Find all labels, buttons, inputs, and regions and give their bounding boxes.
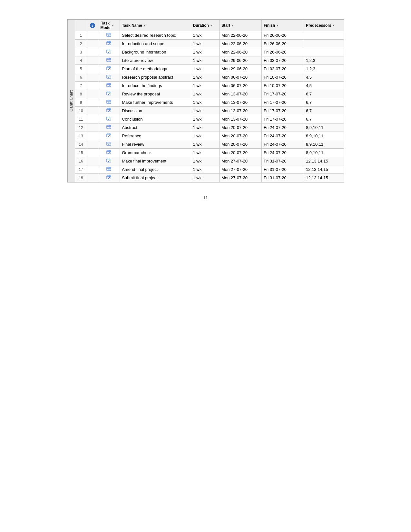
cell-mode: [98, 56, 120, 65]
svg-rect-64: [107, 167, 111, 171]
table-header-row: i TaskMode ▼ Task Name ▼: [75, 20, 344, 31]
cell-num: 8: [75, 90, 87, 98]
cell-num: 5: [75, 65, 87, 73]
svg-rect-2: [108, 33, 108, 34]
svg-rect-70: [108, 175, 108, 176]
cell-predecessors: 4,5: [304, 82, 344, 90]
svg-rect-12: [107, 58, 111, 62]
cell-task-name: Background information: [120, 48, 191, 56]
task-table: i TaskMode ▼ Task Name ▼: [75, 20, 344, 182]
table-row[interactable]: 16 Make final improvement 1 wk Mon 27-07…: [75, 157, 344, 165]
task-mode-icon: [106, 168, 112, 172]
mode-sort-arrow: ▼: [111, 24, 114, 27]
svg-rect-43: [110, 116, 110, 118]
svg-rect-6: [108, 41, 108, 42]
table-row[interactable]: 13 Reference 1 wk Mon 20-07-20 Fri 24-07…: [75, 132, 344, 140]
table-row[interactable]: 6 Research proposal abstract 1 wk Mon 06…: [75, 73, 344, 82]
svg-rect-16: [107, 67, 111, 70]
cell-duration: 1 wk: [191, 56, 219, 65]
svg-rect-36: [107, 109, 111, 112]
table-row[interactable]: 9 Make further improvements 1 wk Mon 13-…: [75, 98, 344, 107]
cell-start: Mon 13-07-20: [219, 98, 261, 107]
table-row[interactable]: 11 Conclusion 1 wk Mon 13-07-20 Fri 17-0…: [75, 115, 344, 123]
table-row[interactable]: 5 Plan of the methodology 1 wk Mon 29-06…: [75, 65, 344, 73]
cell-start: Mon 20-07-20: [219, 140, 261, 149]
table-row[interactable]: 3 Background information 1 wk Mon 22-06-…: [75, 48, 344, 56]
cell-mode: [98, 82, 120, 90]
cell-info: [87, 82, 98, 90]
table-row[interactable]: 17 Amend final project 1 wk Mon 27-07-20…: [75, 165, 344, 174]
cell-predecessors: 1,2,3: [304, 56, 344, 65]
cell-start: Mon 29-06-20: [219, 56, 261, 65]
col-header-num: [75, 20, 87, 31]
cell-duration: 1 wk: [191, 65, 219, 73]
svg-rect-26: [108, 83, 108, 84]
table-row[interactable]: 12 Abstract 1 wk Mon 20-07-20 Fri 24-07-…: [75, 123, 344, 132]
svg-rect-3: [110, 33, 110, 34]
task-mode-icon: [106, 34, 112, 38]
cell-info: [87, 157, 98, 165]
svg-rect-18: [108, 66, 108, 67]
cell-predecessors: 1,2,3: [304, 65, 344, 73]
cell-info: [87, 56, 98, 65]
table-row[interactable]: 15 Grammar check 1 wk Mon 20-07-20 Fri 2…: [75, 149, 344, 157]
cell-info: [87, 98, 98, 107]
cell-task-name: Plan of the methodology: [120, 65, 191, 73]
cell-num: 13: [75, 132, 87, 140]
col-header-name[interactable]: Task Name ▼: [120, 20, 191, 31]
col-header-mode[interactable]: TaskMode ▼: [98, 20, 120, 31]
table-row[interactable]: 14 Final review 1 wk Mon 20-07-20 Fri 24…: [75, 140, 344, 149]
gantt-table-container: Gantt Chart i TaskMode ▼: [67, 19, 344, 182]
table-body: 1 Select desired research topic 1 wk Mon…: [75, 31, 344, 182]
cell-duration: 1 wk: [191, 115, 219, 123]
table-row[interactable]: 4 Literature review 1 wk Mon 29-06-20 Fr…: [75, 56, 344, 65]
cell-start: Mon 13-07-20: [219, 90, 261, 98]
cell-duration: 1 wk: [191, 132, 219, 140]
svg-rect-48: [107, 134, 111, 137]
svg-rect-60: [107, 159, 111, 162]
cell-duration: 1 wk: [191, 98, 219, 107]
cell-task-name: Final review: [120, 140, 191, 149]
cell-mode: [98, 73, 120, 82]
cell-info: [87, 123, 98, 132]
cell-info: [87, 115, 98, 123]
table-row[interactable]: 1 Select desired research topic 1 wk Mon…: [75, 31, 344, 40]
table-row[interactable]: 18 Submit final project 1 wk Mon 27-07-2…: [75, 174, 344, 182]
col-header-duration[interactable]: Duration ▼: [191, 20, 219, 31]
col-header-predecessors[interactable]: Predecessors ▼: [304, 20, 344, 31]
table-row[interactable]: 10 Discussion 1 wk Mon 13-07-20 Fri 17-0…: [75, 107, 344, 115]
col-header-finish[interactable]: Finish ▼: [261, 20, 304, 31]
svg-rect-46: [108, 125, 108, 126]
gantt-chart-label: Gantt Chart: [67, 20, 75, 182]
cell-finish: Fri 31-07-20: [261, 157, 304, 165]
cell-num: 10: [75, 107, 87, 115]
table-row[interactable]: 2 Introduction and scope 1 wk Mon 22-06-…: [75, 40, 344, 48]
col-header-info: i: [87, 20, 98, 31]
svg-rect-35: [110, 100, 110, 101]
svg-rect-55: [110, 142, 110, 143]
cell-finish: Fri 31-07-20: [261, 165, 304, 174]
cell-num: 17: [75, 165, 87, 174]
svg-rect-30: [108, 91, 108, 93]
table-row[interactable]: 7 Introduce the findings 1 wk Mon 06-07-…: [75, 82, 344, 90]
svg-rect-54: [108, 142, 108, 143]
duration-sort-arrow: ▼: [210, 24, 213, 27]
cell-task-name: Review the proposal: [120, 90, 191, 98]
svg-rect-20: [107, 75, 111, 78]
cell-duration: 1 wk: [191, 157, 219, 165]
cell-finish: Fri 17-07-20: [261, 98, 304, 107]
cell-finish: Fri 26-06-20: [261, 48, 304, 56]
cell-predecessors: [304, 40, 344, 48]
svg-rect-28: [107, 92, 111, 95]
cell-duration: 1 wk: [191, 149, 219, 157]
cell-start: Mon 22-06-20: [219, 48, 261, 56]
cell-finish: Fri 31-07-20: [261, 174, 304, 182]
table-row[interactable]: 8 Review the proposal 1 wk Mon 13-07-20 …: [75, 90, 344, 98]
svg-rect-22: [108, 74, 108, 76]
cell-info: [87, 132, 98, 140]
cell-info: [87, 73, 98, 82]
svg-rect-59: [110, 150, 110, 151]
task-mode-icon: [106, 126, 112, 131]
cell-predecessors: 6,7: [304, 90, 344, 98]
col-header-start[interactable]: Start ▼: [219, 20, 261, 31]
